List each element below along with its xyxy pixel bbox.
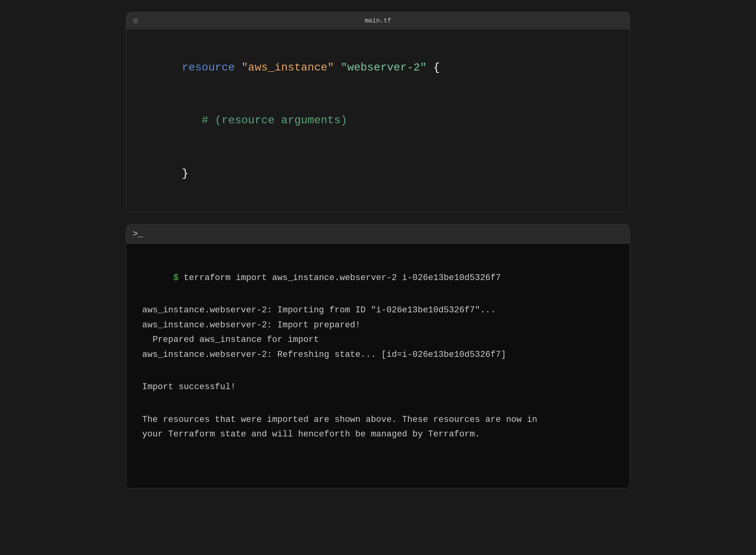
terminal-output-line-1: aws_instance.webserver-2: Importing from… [142, 303, 614, 317]
space [235, 61, 241, 74]
terminal-blank-line-1 [142, 362, 614, 377]
space2 [334, 61, 341, 74]
code-line-2: # (resource arguments) [142, 94, 614, 147]
terminal-command-line: $ terraform import aws_instance.webserve… [142, 256, 614, 300]
terminal-output-line-3: Prepared aws_instance for import [142, 332, 614, 347]
terminal-success-line: Import successful! [142, 380, 614, 394]
open-brace: { [427, 61, 440, 74]
window-close-button[interactable] [133, 18, 138, 24]
terminal-blank-line-2 [142, 398, 614, 412]
string-webserver: "webserver-2" [341, 61, 426, 74]
code-line-1: resource "aws_instance" "webserver-2" { [142, 41, 614, 94]
close-brace: } [182, 167, 189, 180]
dollar-sign: $ [173, 273, 178, 283]
keyword-resource: resource [182, 61, 235, 74]
editor-body: resource "aws_instance" "webserver-2" { … [126, 30, 630, 212]
editor-window: main.tf resource "aws_instance" "webserv… [126, 12, 630, 212]
code-line-3: } [142, 147, 614, 200]
terminal-summary-line-1: The resources that were imported are sho… [142, 412, 614, 427]
terminal-summary-line-2: your Terraform state and will henceforth… [142, 427, 614, 442]
terminal-body[interactable]: $ terraform import aws_instance.webserve… [126, 244, 630, 488]
terminal-prompt-indicator: >_ [133, 229, 143, 239]
string-aws-instance: "aws_instance" [241, 61, 334, 74]
editor-titlebar: main.tf [126, 12, 630, 30]
editor-title: main.tf [365, 17, 391, 24]
terminal-output-line-2: aws_instance.webserver-2: Import prepare… [142, 318, 614, 332]
terminal-output-line-4: aws_instance.webserver-2: Refreshing sta… [142, 347, 614, 362]
traffic-lights [133, 18, 138, 24]
comment-resource-args: # (resource arguments) [182, 114, 347, 126]
terminal-window: >_ $ terraform import aws_instance.webse… [126, 224, 630, 488]
terminal-titlebar: >_ [126, 225, 630, 244]
command-text: terraform import aws_instance.webserver-… [178, 273, 501, 283]
